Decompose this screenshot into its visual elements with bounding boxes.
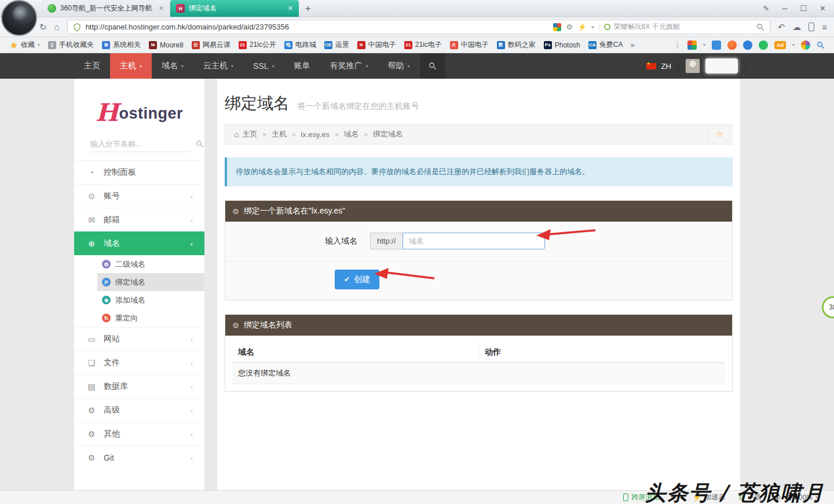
bookmark-favorites[interactable]: ★ 收藏 ▾	[6, 40, 44, 50]
bookmarks-overflow-chevron[interactable]: »	[627, 41, 638, 49]
breadcrumb-hosting[interactable]: 主机	[272, 129, 287, 139]
nav-item-home[interactable]: 主页	[74, 53, 110, 79]
nav-item-hosting[interactable]: 主机 ▾	[110, 53, 152, 79]
caret-down-icon[interactable]: ▾	[792, 42, 795, 47]
maximize-button[interactable]: ☐	[800, 4, 807, 13]
sidebar-item-advanced[interactable]: ⚙ 高级 ‹	[74, 398, 204, 422]
sidebar-item-databases[interactable]: ▤ 数据库 ‹	[74, 374, 204, 398]
theme-skin-icon[interactable]: ✎	[763, 4, 769, 13]
nav-item-referrals[interactable]: 有奖推广 ▾	[320, 53, 378, 79]
bookmark-item[interactable]: CA 免费CA	[584, 40, 627, 50]
sidebar-subitem-parked-domains[interactable]: P 绑定域名	[97, 273, 204, 291]
sidebar-subitem-add-domain[interactable]: ⊕ 添加域名	[74, 291, 204, 309]
breadcrumb-home[interactable]: 主页	[242, 129, 257, 139]
send-to-phone-icon[interactable]	[809, 23, 814, 31]
bookmark-item[interactable]: M Moore8	[145, 41, 188, 49]
search-extension-icon[interactable]	[817, 41, 825, 49]
chevron-left-icon: ‹	[191, 216, 193, 225]
new-tab-button[interactable]: +	[299, 0, 317, 17]
adblock-icon[interactable]: Ad	[774, 41, 786, 49]
fire-extension-icon[interactable]	[727, 41, 737, 50]
create-button[interactable]: ✔ 创建	[335, 270, 379, 289]
column-header-action: 动作	[479, 343, 726, 363]
caret-down-icon[interactable]: ▾	[703, 42, 705, 47]
nav-item-domains[interactable]: 域名 ▾	[152, 53, 193, 79]
browser-home-button[interactable]: ⌂	[54, 23, 60, 31]
minimize-button[interactable]: ─	[782, 4, 787, 13]
language-selector[interactable]: ZH	[661, 62, 671, 71]
sidebar-item-account[interactable]: ⊙ 账号 ‹	[74, 184, 204, 208]
sidebar-item-email[interactable]: ✉ 邮箱 ‹	[74, 208, 204, 231]
bookmark-item[interactable]: 数 数码之家	[493, 40, 540, 50]
nav-label: 帮助	[388, 61, 404, 71]
cloud-sync-icon[interactable]: ☁	[792, 23, 801, 31]
favorite-star-icon[interactable]: ☆	[707, 124, 723, 144]
bookmark-item[interactable]: Ps Photosh	[540, 41, 584, 49]
sidebar-subitem-redirect[interactable]: ↻ 重定向	[74, 309, 204, 327]
bookmark-item[interactable]: 云 网易云课	[188, 40, 235, 50]
session-restore-icon[interactable]: ↶	[778, 23, 785, 31]
chevron-left-icon: ‹	[191, 382, 193, 391]
browser-mode-icon[interactable]	[712, 41, 721, 50]
bookmark-item[interactable]: ▯ 手机收藏夹	[44, 40, 98, 50]
apps-grid-icon[interactable]	[687, 41, 697, 50]
hostinger-logo[interactable]: Hostinger	[74, 79, 204, 127]
bookmark-item[interactable]: ⊞ 系统相关	[98, 40, 145, 50]
sidebar-search[interactable]	[89, 136, 189, 152]
subitem-label: 添加域名	[115, 295, 145, 306]
nav-item-ssl[interactable]: SSL ▾	[243, 53, 284, 79]
bookmark-item[interactable]: 21 21ic公开	[235, 40, 280, 50]
cn-flag-icon	[646, 63, 656, 69]
bookmark-item[interactable]: 火 中国电子	[446, 40, 493, 50]
caret-down-icon: ▾	[408, 64, 410, 69]
browser-menu-icon[interactable]: ≡	[822, 23, 827, 31]
translate-extension-icon[interactable]	[743, 41, 752, 50]
user-avatar[interactable]	[685, 58, 700, 73]
page-tools-icon[interactable]: ⚙	[566, 23, 573, 31]
caret-down-icon[interactable]: ▾	[743, 62, 747, 71]
sidebar-item-website[interactable]: ▭ 网站 ‹	[74, 327, 204, 351]
domain-input[interactable]	[403, 233, 545, 249]
sidebar-item-files[interactable]: ❏ 文件 ‹	[74, 351, 204, 374]
shield-extension-icon[interactable]	[759, 41, 768, 50]
sidebar-item-other[interactable]: ⚙ 其他 ‹	[74, 422, 204, 446]
snapshot-grid-icon[interactable]	[553, 23, 561, 31]
tab-close-icon[interactable]: ✕	[288, 5, 293, 12]
nav-item-vps[interactable]: 云主机 ▾	[193, 53, 243, 79]
sidebar-item-git[interactable]: ⚙ Git ‹	[74, 446, 204, 469]
tab-360-nav[interactable]: 360导航_新一代安全上网导航 ✕	[42, 0, 170, 17]
breadcrumb-domains[interactable]: 域名	[343, 129, 359, 139]
caret-down-icon: ▾	[181, 64, 184, 69]
speed-mode-icon[interactable]: ⚡	[577, 23, 587, 31]
sidebar-search-input[interactable]	[90, 139, 192, 148]
caret-down-icon[interactable]: ▾	[676, 62, 681, 71]
more-dots-icon[interactable]: ⋮	[674, 41, 681, 49]
bookmark-favicon: CE	[324, 41, 332, 49]
window-close-button[interactable]: ✕	[820, 4, 826, 13]
breadcrumb-account[interactable]: lx.esy.es	[301, 130, 330, 139]
bookmark-item[interactable]: N 中国电子	[353, 40, 400, 50]
bookmark-item[interactable]: 21 21ic电子	[400, 40, 446, 50]
sidebar-item-dashboard[interactable]: ◔ 控制面板	[74, 160, 204, 184]
url-text[interactable]: http://cpanel.hostinger.com.hk/domains/p…	[86, 23, 289, 31]
refresh-button[interactable]: ↻	[39, 23, 47, 31]
sidebar-item-domains[interactable]: ⊕ 域名 ‹	[74, 231, 204, 255]
star-icon: ★	[10, 41, 18, 49]
url-box[interactable]: http://cpanel.hostinger.com.hk/domains/p…	[67, 20, 770, 34]
site-security-icon[interactable]	[73, 23, 81, 31]
nav-item-billing[interactable]: 账单	[284, 53, 320, 79]
bookmark-item[interactable]: 电 电路城	[280, 40, 320, 50]
bookmark-item[interactable]: CE 远景	[320, 40, 353, 50]
nav-search-button[interactable]	[420, 53, 445, 79]
bookmark-favicon: 21	[404, 41, 412, 49]
nav-item-help[interactable]: 帮助 ▾	[378, 53, 420, 79]
sidebar-subitem-subdomains[interactable]: ✿ 二级域名	[74, 255, 204, 273]
search-icon[interactable]	[756, 23, 765, 31]
url-dropdown-caret[interactable]: ▾	[591, 24, 594, 30]
subdomains-icon: ✿	[102, 260, 111, 268]
tab-close-icon[interactable]: ✕	[159, 5, 164, 12]
omnibox-search[interactable]: 荣耀畅玩6X 千元旗舰	[604, 22, 752, 32]
tab-bind-domain[interactable]: H 绑定域名 ✕	[170, 0, 299, 17]
screenshot-extension-icon[interactable]	[801, 41, 810, 50]
annotation-arrow-create	[374, 267, 436, 282]
